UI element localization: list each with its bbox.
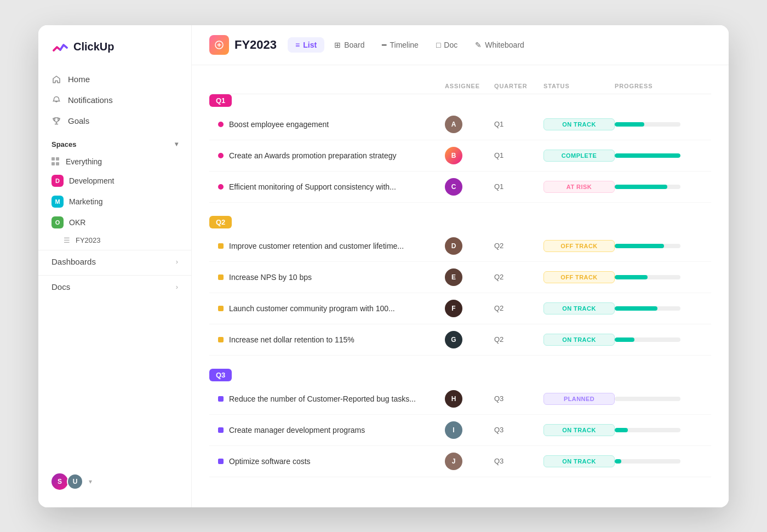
sidebar-item-development[interactable]: D Development <box>38 170 191 191</box>
table-row[interactable]: Increase NPS by 10 bps E Q2 OFF TRACK <box>209 262 711 293</box>
goal-bullet <box>218 274 224 280</box>
progress-bar <box>615 306 680 311</box>
tab-doc[interactable]: □ Doc <box>428 37 465 53</box>
sidebar-item-okr[interactable]: O OKR <box>38 212 191 233</box>
goal-bullet <box>218 427 224 433</box>
progress-bar <box>615 337 680 342</box>
table-row[interactable]: Efficient monitoring of Support consiste… <box>209 171 711 203</box>
goal-bullet <box>218 459 224 464</box>
progress-fill <box>615 275 648 279</box>
goal-quarter-label: Q3 <box>494 457 543 465</box>
progress-bar <box>615 122 680 127</box>
sidebar: ClickUp Home Notifications <box>38 25 192 507</box>
progress-fill <box>615 153 680 158</box>
sidebar-item-everything[interactable]: Everything <box>38 153 191 170</box>
quarter-section-q3: Q3 Reduce the number of Customer-Reporte… <box>209 369 711 477</box>
avatar: D <box>445 237 462 255</box>
goal-quarter-label: Q2 <box>494 335 543 344</box>
sidebar-footer: S U ▾ <box>38 465 191 499</box>
progress-bar-container <box>615 459 702 464</box>
status-badge: ON TRACK <box>543 118 615 130</box>
goal-bullet <box>218 396 224 402</box>
status-badge: PLANNED <box>543 393 615 405</box>
table-row[interactable]: Create an Awards promotion preparation s… <box>209 140 711 171</box>
tab-whiteboard[interactable]: ✎ Whiteboard <box>467 37 532 53</box>
footer-avatar-2[interactable]: U <box>67 473 83 490</box>
goal-assignee: J <box>445 453 494 470</box>
sidebar-item-goals-label: Goals <box>68 116 89 125</box>
goal-bullet <box>218 153 224 158</box>
status-badge: OFF TRACK <box>543 271 615 283</box>
sidebar-item-home[interactable]: Home <box>45 69 185 90</box>
sidebar-item-goals[interactable]: Goals <box>45 111 185 131</box>
everything-icon <box>51 157 60 166</box>
page-title: FY2023 <box>234 38 277 52</box>
status-badge: ON TRACK <box>543 334 615 346</box>
status-badge: OFF TRACK <box>543 240 615 252</box>
goal-bullet <box>218 337 224 342</box>
col-quarter: QUARTER <box>494 83 543 89</box>
table-row[interactable]: Improve customer retention and customer … <box>209 231 711 262</box>
sidebar-item-okr-label: OKR <box>69 218 85 227</box>
tab-list-label: List <box>303 41 317 49</box>
progress-fill <box>615 244 664 248</box>
table-row[interactable]: Launch customer community program with 1… <box>209 293 711 324</box>
progress-bar <box>615 185 680 189</box>
table-row[interactable]: Optimize software costs J Q3 ON TRACK <box>209 446 711 477</box>
app-window: ClickUp Home Notifications <box>38 25 729 507</box>
table-row[interactable]: Create manager development programs I Q3… <box>209 415 711 446</box>
sidebar-item-notifications[interactable]: Notifications <box>45 90 185 111</box>
tab-whiteboard-label: Whiteboard <box>485 41 524 49</box>
sidebar-item-marketing[interactable]: M Marketing <box>38 191 191 212</box>
footer-avatar-1[interactable]: S <box>51 473 68 490</box>
table-row[interactable]: Increase net dollar retention to 115% G … <box>209 324 711 356</box>
goal-assignee: H <box>445 390 494 408</box>
status-badge: ON TRACK <box>543 455 615 467</box>
table-row[interactable]: Boost employee engagement A Q1 ON TRACK <box>209 109 711 140</box>
top-bar: FY2023 ≡ List ⊞ Board ━ Timeline □ Doc <box>192 25 729 65</box>
marketing-dot: M <box>51 196 64 208</box>
sidebar-item-fy2023[interactable]: ☰ FY2023 <box>38 233 191 248</box>
goal-text: Create manager development programs <box>229 426 365 434</box>
table-row[interactable]: Reduce the number of Customer-Reported b… <box>209 384 711 415</box>
progress-bar <box>615 397 680 401</box>
col-name <box>218 83 445 89</box>
progress-bar <box>615 153 680 158</box>
status-badge: AT RISK <box>543 181 615 193</box>
goal-name: Efficient monitoring of Support consiste… <box>218 182 445 191</box>
goal-quarter-label: Q2 <box>494 304 543 312</box>
app-name: ClickUp <box>73 41 114 53</box>
progress-bar-container <box>615 397 702 401</box>
avatar: H <box>445 390 462 408</box>
tab-timeline-label: Timeline <box>390 41 418 49</box>
goal-assignee: B <box>445 147 494 164</box>
sidebar-item-dashboards[interactable]: Dashboards › <box>38 250 191 273</box>
sidebar-item-notifications-label: Notifications <box>68 95 113 105</box>
goal-quarter-label: Q1 <box>494 120 543 128</box>
spaces-chevron-icon: ▾ <box>175 140 178 148</box>
fy2023-icon <box>209 35 229 55</box>
avatar: C <box>445 178 462 196</box>
goal-bullet <box>218 184 224 190</box>
spaces-label: Spaces <box>51 140 77 148</box>
okr-dot: O <box>51 216 64 228</box>
sidebar-item-dashboards-label: Dashboards <box>51 257 96 266</box>
progress-bar-container <box>615 306 702 311</box>
trophy-icon <box>51 116 61 126</box>
sidebar-item-docs[interactable]: Docs › <box>38 275 191 298</box>
goal-name: Create an Awards promotion preparation s… <box>218 151 445 160</box>
tab-list[interactable]: ≡ List <box>288 37 324 53</box>
quarter-section-q2: Q2 Improve customer retention and custom… <box>209 216 711 356</box>
tab-timeline[interactable]: ━ Timeline <box>374 37 426 53</box>
tab-board[interactable]: ⊞ Board <box>327 37 372 53</box>
development-dot: D <box>51 175 64 187</box>
goal-assignee: G <box>445 331 494 348</box>
goal-text: Reduce the number of Customer-Reported b… <box>229 394 416 403</box>
status-badge: ON TRACK <box>543 302 615 314</box>
tab-doc-label: Doc <box>444 41 457 49</box>
goal-quarter-label: Q3 <box>494 394 543 403</box>
progress-fill <box>615 185 667 189</box>
list-icon-small: ☰ <box>64 236 70 244</box>
bell-icon <box>51 95 61 105</box>
quarter-badge-q3: Q3 <box>209 369 232 381</box>
